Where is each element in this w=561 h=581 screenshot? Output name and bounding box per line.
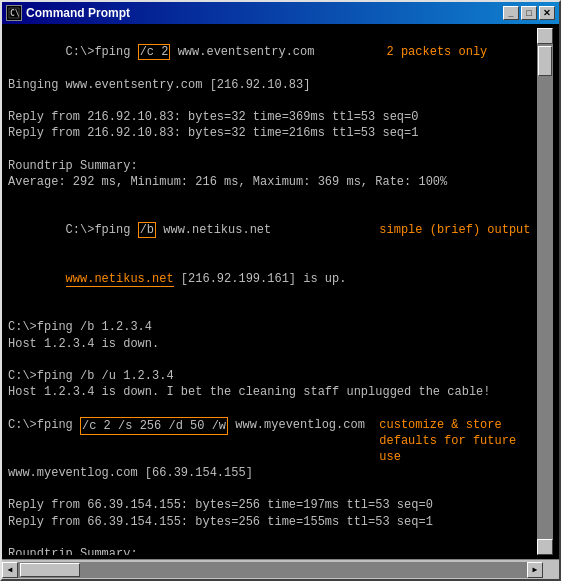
horizontal-scrollbar[interactable]: ◀ ▶ [2, 559, 559, 579]
console-line: Reply from 216.92.10.83: bytes=32 time=3… [8, 109, 537, 125]
console-line: C:\>fping /c 2 www.eventsentry.com 2 pac… [8, 28, 537, 77]
console-line: Roundtrip Summary: [8, 158, 537, 174]
console-content[interactable]: C:\>fping /c 2 www.eventsentry.com 2 pac… [8, 28, 537, 555]
prompt-text: C:\>fping [66, 45, 138, 59]
console-line: C:\>fping /c 2 /s 256 /d 50 /w www.myeve… [8, 417, 537, 466]
console-line: Binging www.eventsentry.com [216.92.10.8… [8, 77, 537, 93]
h-scroll-thumb[interactable] [20, 563, 80, 577]
svg-text:C\: C\ [10, 9, 20, 18]
minimize-button[interactable]: _ [503, 6, 519, 20]
maximize-button[interactable]: □ [521, 6, 537, 20]
title-bar: C\ Command Prompt _ □ ✕ [2, 2, 559, 24]
console-line [8, 400, 537, 416]
console-line [8, 352, 537, 368]
vertical-scrollbar[interactable]: ▲ ▼ [537, 28, 553, 555]
console-line [8, 481, 537, 497]
console-line: C:\>fping /b 1.2.3.4 [8, 319, 537, 335]
console-line [8, 93, 537, 109]
console-line: C:\>fping /b www.netikus.net simple (bri… [8, 206, 537, 255]
annotation: 2 packets only [386, 45, 487, 59]
cmd-rest: www.netikus.net [156, 223, 379, 237]
window-title: Command Prompt [26, 6, 130, 20]
console-line [8, 141, 537, 157]
flag-highlight: /c 2 /s 256 /d 50 /w [80, 417, 228, 435]
console-line [8, 190, 537, 206]
console-line: Roundtrip Summary: [8, 546, 537, 555]
console-line: Host 1.2.3.4 is down. [8, 336, 537, 352]
annotation: customize & store defaults for future us… [379, 417, 537, 466]
console-line: Reply from 66.39.154.155: bytes=256 time… [8, 497, 537, 513]
flag-highlight: /c 2 [138, 44, 171, 60]
cmd-rest: www.myeventlog.com [228, 417, 379, 433]
console-line [8, 303, 537, 319]
cmd-rest: www.eventsentry.com [170, 45, 386, 59]
prompt-text: C:\>fping [66, 223, 138, 237]
console-line: C:\>fping /b /u 1.2.3.4 [8, 368, 537, 384]
close-button[interactable]: ✕ [539, 6, 555, 20]
scroll-right-button[interactable]: ▶ [527, 562, 543, 578]
scroll-corner [543, 562, 559, 578]
netikus-highlight: www.netikus.net [66, 272, 174, 287]
console-line: Reply from 216.92.10.83: bytes=32 time=2… [8, 125, 537, 141]
console-line: Average: 292 ms, Minimum: 216 ms, Maximu… [8, 174, 537, 190]
scroll-up-button[interactable]: ▲ [537, 28, 553, 44]
flag-highlight: /b [138, 222, 156, 238]
console-text: [216.92.199.161] is up. [174, 272, 347, 286]
annotation: simple (brief) output [379, 223, 530, 237]
scroll-left-button[interactable]: ◀ [2, 562, 18, 578]
console-line: Reply from 66.39.154.155: bytes=256 time… [8, 514, 537, 530]
window-controls: _ □ ✕ [503, 6, 555, 20]
console-line: www.myeventlog.com [66.39.154.155] [8, 465, 537, 481]
prompt-text: C:\>fping [8, 417, 80, 433]
scroll-thumb[interactable] [538, 46, 552, 76]
window: C\ Command Prompt _ □ ✕ C:\>fping /c 2 w… [0, 0, 561, 581]
h-scroll-track[interactable] [18, 562, 527, 578]
console-line: www.netikus.net [216.92.199.161] is up. [8, 255, 537, 304]
scroll-down-button[interactable]: ▼ [537, 539, 553, 555]
console-line [8, 530, 537, 546]
console-line: Host 1.2.3.4 is down. I bet the cleaning… [8, 384, 537, 400]
console-area: C:\>fping /c 2 www.eventsentry.com 2 pac… [2, 24, 559, 559]
scroll-track[interactable] [537, 44, 553, 539]
app-icon: C\ [6, 5, 22, 21]
